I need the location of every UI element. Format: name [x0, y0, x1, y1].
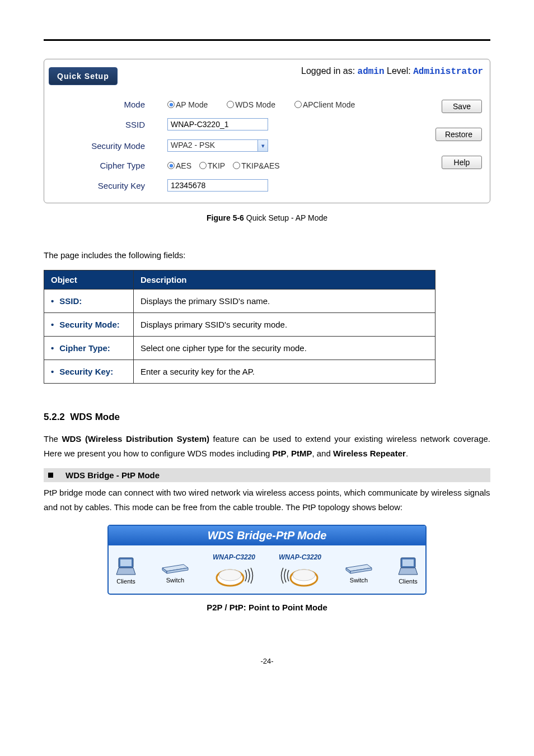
subheading-text: WDS Bridge - PtP Mode [65, 470, 160, 480]
cipher-tkip-label: TKIP [208, 161, 225, 170]
login-status: Logged in as: admin Level: Administrator [301, 63, 483, 77]
security-key-label: Security Key [50, 181, 167, 190]
ssid-label: SSID [50, 120, 167, 129]
save-button[interactable]: Save [442, 100, 482, 113]
cipher-radio-aes[interactable]: AES [167, 161, 191, 170]
login-user: admin [358, 67, 385, 77]
mode-radio-group: AP Mode WDS Mode APClient Mode [167, 100, 428, 109]
ssid-row: SSID [50, 118, 428, 130]
form-column: Mode AP Mode WDS Mode APClient Mode SSID… [50, 100, 428, 192]
col-header-object: Object [44, 270, 134, 290]
fields-intro: The page includes the following fields: [44, 250, 490, 260]
ap-icon [280, 562, 320, 588]
laptop-icon [114, 557, 138, 576]
radio-on-icon [167, 101, 175, 108]
table-row: Security Mode: Displays primary SSID's s… [44, 313, 435, 337]
ap-icon [214, 562, 254, 588]
figure-caption: Figure 5-6 Quick Setup - AP Mode [44, 213, 490, 222]
level-prefix: Level: [385, 66, 414, 76]
wds-paragraph: The WDS (Wireless Distribution System) f… [44, 432, 490, 461]
radio-on-icon [167, 162, 175, 169]
switch-icon [345, 558, 373, 575]
switch-left: Switch [161, 558, 189, 584]
figure-text: Quick Setup - AP Mode [246, 213, 327, 222]
radio-off-icon [227, 101, 234, 108]
wds-b1: WDS (Wireless Distribution System) [62, 434, 209, 444]
mode-ap-label: AP Mode [176, 100, 208, 109]
login-prefix: Logged in as: [301, 66, 358, 76]
table-row: Cipher Type: Select one cipher type for … [44, 337, 435, 360]
quick-setup-tab[interactable]: Quick Setup [49, 67, 118, 85]
cipher-radio-tkip[interactable]: TKIP [199, 161, 225, 170]
section-heading: 5.2.2 WDS Mode [44, 412, 490, 423]
restore-button[interactable]: Restore [435, 128, 482, 141]
diagram-body: Clients Switch WNAP-C3220 [109, 545, 425, 594]
diagram-caption: P2P / PtP: Point to Point Mode [107, 603, 427, 612]
description-cell: Displays primary SSID's security mode. [134, 313, 435, 337]
login-level: Administrator [413, 67, 483, 77]
mode-label: Mode [50, 100, 167, 109]
clients-right-label: Clients [399, 578, 418, 585]
cipher-radio-tkipaes[interactable]: TKIP&AES [233, 161, 279, 170]
panel-header: Quick Setup Logged in as: admin Level: A… [44, 59, 490, 85]
cipher-radio-group: AES TKIP TKIP&AES [167, 161, 428, 170]
wds-sep1: , [287, 449, 291, 458]
clients-left-label: Clients [116, 578, 135, 585]
subheading-bar: WDS Bridge - PtP Mode [44, 468, 490, 482]
wds-b4: Wireless Repeater [333, 449, 406, 458]
table-row: Security Key: Enter a security key for t… [44, 360, 435, 384]
wds-b2: PtP [273, 449, 287, 458]
switch-left-label: Switch [166, 577, 184, 584]
section-number: 5.2.2 [44, 412, 65, 422]
panel-body: Mode AP Mode WDS Mode APClient Mode SSID… [44, 85, 490, 203]
wds-b3: PtMP [291, 449, 312, 458]
svg-rect-1 [120, 559, 132, 566]
clients-left: Clients [114, 557, 138, 585]
col-header-description: Description [134, 270, 435, 290]
svg-point-7 [219, 570, 241, 581]
quick-setup-panel: Quick Setup Logged in as: admin Level: A… [44, 59, 490, 203]
help-button[interactable]: Help [442, 156, 482, 169]
cipher-label: Cipher Type [50, 161, 167, 170]
clients-right: Clients [396, 557, 420, 585]
laptop-icon [396, 557, 420, 576]
object-cell: Security Key: [44, 360, 134, 384]
security-key-input[interactable] [167, 179, 268, 192]
figure-label: Figure 5-6 [207, 213, 246, 222]
wds-pre: The [44, 434, 62, 444]
object-table: Object Description SSID: Displays the pr… [44, 270, 435, 384]
security-key-row: Security Key [50, 179, 428, 192]
section-title: WDS Mode [70, 412, 120, 422]
switch-right: Switch [345, 558, 373, 584]
cipher-row: Cipher Type AES TKIP TKIP&AES [50, 161, 428, 170]
mode-radio-ap[interactable]: AP Mode [167, 100, 208, 109]
ssid-input[interactable] [167, 118, 268, 130]
diagram-wrap: WDS Bridge-PtP Mode Clients [107, 525, 427, 612]
square-bullet-icon [48, 473, 53, 478]
radio-off-icon [199, 162, 207, 169]
button-column: Save Restore Help [428, 100, 484, 192]
cipher-tkipaes-label: TKIP&AES [241, 161, 279, 170]
mode-radio-wds[interactable]: WDS Mode [227, 100, 275, 109]
diagram-box: WDS Bridge-PtP Mode Clients [107, 525, 427, 595]
ap-right: WNAP-C3220 [279, 553, 321, 588]
object-cell: Security Mode: [44, 313, 134, 337]
switch-right-label: Switch [350, 577, 368, 584]
radio-off-icon [233, 162, 240, 169]
security-mode-select[interactable]: WPA2 - PSK ▾ [167, 139, 268, 152]
object-cell: SSID: [44, 290, 134, 313]
table-row: SSID: Displays the primary SSID's name. [44, 290, 435, 313]
wds-end: . [406, 449, 408, 458]
wds-sep2: , and [312, 449, 333, 458]
mode-radio-apclient[interactable]: APClient Mode [294, 100, 355, 109]
svg-rect-14 [402, 559, 414, 566]
ap-left: WNAP-C3220 [213, 553, 255, 588]
object-cell: Cipher Type: [44, 337, 134, 360]
top-rule [44, 39, 490, 41]
mode-wds-label: WDS Mode [235, 100, 275, 109]
cipher-aes-label: AES [176, 161, 191, 170]
svg-marker-2 [116, 568, 135, 575]
radio-off-icon [294, 101, 302, 108]
mode-apclient-label: APClient Mode [303, 100, 355, 109]
security-mode-value: WPA2 - PSK [168, 140, 257, 151]
